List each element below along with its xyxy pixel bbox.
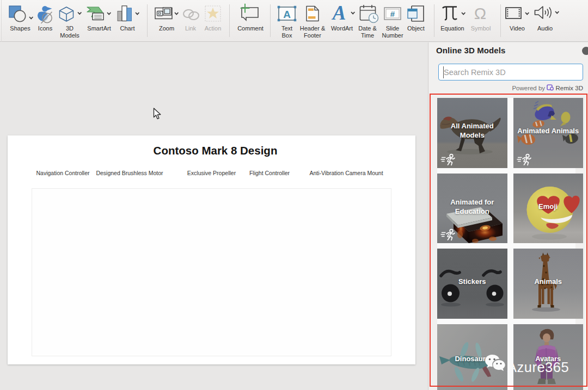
svg-text:Ω: Ω xyxy=(474,4,486,22)
svg-text:A: A xyxy=(283,9,291,20)
svg-text:#: # xyxy=(390,9,395,18)
svg-text:A: A xyxy=(332,4,346,22)
